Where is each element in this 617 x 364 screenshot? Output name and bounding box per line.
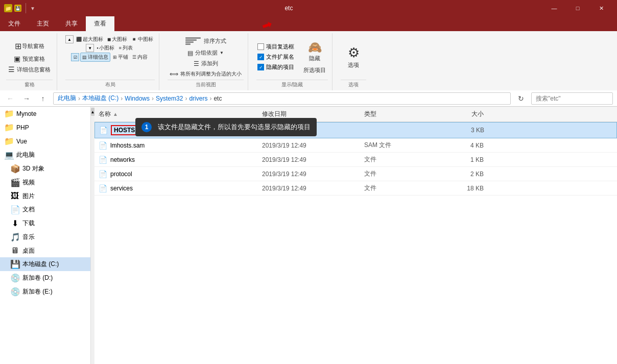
layout-medium-btn[interactable]: ◾ 中图标: [130, 35, 155, 43]
col-header-type[interactable]: 类型: [360, 109, 437, 119]
layout-large-label: 大图标: [112, 36, 127, 43]
main-content: ▲ ▼ 📁 Mynote 📁 PHP 📁 Vue 💻 此电脑 📦 3D 对象 🎬…: [0, 107, 617, 364]
file-row-lmhosts[interactable]: 📄 lmhosts.sam 2019/3/19 12:49 SAM 文件 4 K…: [94, 138, 617, 153]
layout-small-btn-el[interactable]: ▪ 小图标: [95, 44, 116, 52]
tab-file[interactable]: 文件: [0, 16, 29, 31]
nav-back-button[interactable]: ←: [4, 92, 16, 105]
sidebar-item-documents[interactable]: 📄 文档: [0, 203, 94, 216]
sidebar-item-pictures[interactable]: 🖼 图片: [0, 189, 94, 203]
sidebar-label-thispc: 此电脑: [16, 151, 35, 159]
networks-name: networks: [110, 156, 135, 163]
search-input[interactable]: [531, 92, 613, 105]
computer-icon: 💻: [4, 150, 13, 160]
layout-scroll-up[interactable]: ▲: [65, 35, 74, 43]
layout-content-btn[interactable]: ☰ 内容: [131, 53, 149, 61]
networks-file-icon: 📄: [99, 156, 107, 164]
folder-icon-vue: 📁: [4, 136, 13, 146]
file-extensions-checkbox[interactable]: [257, 54, 264, 60]
bc-computer[interactable]: 此电脑: [58, 94, 76, 103]
layout-large-btn[interactable]: ◼ 大图标: [106, 35, 129, 43]
adjust-columns-button[interactable]: ⟺ 将所有列调整为合适的大小: [168, 69, 244, 79]
protocol-type: 文件: [360, 168, 437, 179]
layout-row3: ☑ ▤ 详细信息 ⊞ 平铺 ☰ 内容: [71, 53, 149, 62]
col-header-name[interactable]: 名称 ▲: [94, 109, 258, 119]
layout-medium-label: 中图标: [138, 36, 153, 43]
group-by-dropdown: ▼: [220, 51, 224, 55]
refresh-button[interactable]: ↻: [515, 92, 527, 105]
nav-pane-button[interactable]: ⊞ 导航窗格: [11, 39, 49, 53]
file-row-networks[interactable]: 📄 networks 2019/3/19 12:49 文件 1 KB: [94, 153, 617, 167]
layout-scroll-down[interactable]: ▼: [86, 44, 94, 52]
layout-extralarge-btn[interactable]: ⬛ 超大图标: [75, 35, 105, 43]
bc-drive[interactable]: 本地磁盘 (C:): [82, 94, 118, 103]
bc-system32[interactable]: System32: [156, 95, 183, 102]
layout-tile-btn[interactable]: ⊞ 平铺: [111, 53, 130, 61]
sidebar-item-3dobjects[interactable]: 📦 3D 对象: [0, 162, 94, 176]
nav-forward-button[interactable]: →: [20, 92, 33, 105]
group-by-button[interactable]: ▤ 分组依据 ▼: [185, 48, 226, 58]
layout-row1: ▲ ⬛ 超大图标 ◼ 大图标 ◾ 中图标: [65, 35, 155, 43]
add-column-button[interactable]: ☰ 添加列: [192, 59, 220, 68]
file-row-hosts[interactable]: 📄 HOSTS 2021/3/2 16:34 3 KB: [94, 122, 617, 138]
sidebar-label-ddrive: 新加卷 (D:): [22, 274, 53, 282]
hidden-items-checkbox[interactable]: [257, 64, 264, 70]
breadcrumb[interactable]: 此电脑 › 本地磁盘 (C:) › Windows › System32 › d…: [53, 92, 511, 105]
layout-small-label: 小图标: [99, 44, 114, 52]
hide-selected-button[interactable]: 所选项目: [301, 65, 328, 75]
bc-sep1: ›: [78, 95, 80, 102]
hosts-name-cell: 📄 HOSTS: [95, 124, 258, 136]
services-size: 18 KB: [437, 184, 488, 193]
col-header-date[interactable]: 修改日期: [258, 109, 360, 119]
layout-details-btn[interactable]: ▤ 详细信息: [80, 53, 110, 62]
minimize-button[interactable]: —: [542, 0, 566, 16]
icon-large: ◼: [107, 37, 111, 42]
hide-button[interactable]: 🙈 隐藏: [302, 39, 327, 64]
bc-drivers[interactable]: drivers: [189, 95, 207, 102]
sidebar-item-video[interactable]: 🎬 视频: [0, 176, 94, 189]
sidebar-item-php[interactable]: 📁 PHP: [0, 120, 94, 134]
sidebar-scrollbar[interactable]: ▲ ▼: [90, 107, 94, 364]
close-button[interactable]: ✕: [589, 0, 613, 16]
details-pane-button[interactable]: ☰ 详细信息窗格: [6, 64, 53, 75]
item-checkboxes-checkbox[interactable]: [257, 43, 264, 50]
lmhosts-file-icon: 📄: [99, 141, 107, 150]
sidebar-label-desktop: 桌面: [22, 247, 35, 255]
sidebar-label-cdrive: 本地磁盘 (C:): [22, 260, 59, 269]
options-button[interactable]: ⚙ 选项: [341, 43, 366, 71]
col-header-size[interactable]: 大小: [437, 109, 488, 119]
preview-pane-button[interactable]: ▣ 预览窗格: [12, 54, 47, 64]
sidebar-item-ddrive[interactable]: 💿 新加卷 (D:): [0, 271, 94, 285]
sort-by-button[interactable]: 排序方式: [181, 35, 230, 47]
bc-sep2: ›: [121, 95, 123, 102]
sidebar-item-thispc[interactable]: 💻 此电脑: [0, 148, 94, 162]
sidebar-item-edrive[interactable]: 💿 新加卷 (E:): [0, 285, 94, 299]
separator: [26, 3, 26, 13]
bc-windows[interactable]: Windows: [125, 95, 150, 102]
lmhosts-name: lmhosts.sam: [110, 142, 145, 149]
options-label: 选项: [348, 61, 359, 69]
sidebar-item-music[interactable]: 🎵 音乐: [0, 230, 94, 244]
sidebar-item-downloads[interactable]: ⬇ 下载: [0, 216, 94, 230]
maximize-button[interactable]: □: [566, 0, 589, 16]
bc-sep3: ›: [152, 95, 154, 102]
show-hide-group-label: 显示/隐藏: [256, 80, 328, 88]
folder-icon-mynote: 📁: [4, 109, 13, 118]
protocol-file-icon: 📄: [99, 170, 107, 178]
layout-row2: ▼ ▪ 小图标 ≡ 列表: [86, 44, 134, 52]
file-row-protocol[interactable]: 📄 protocol 2019/3/19 12:49 文件 2 KB: [94, 167, 617, 181]
tab-home[interactable]: 主页: [29, 16, 57, 31]
tab-share[interactable]: 共享: [57, 16, 86, 31]
sidebar-item-cdrive[interactable]: 💾 本地磁盘 (C:): [0, 257, 94, 271]
item-checkboxes-item: 项目复选框: [256, 42, 295, 51]
layout-list-btn[interactable]: ≡ 列表: [117, 44, 134, 52]
tab-view[interactable]: 查看: [86, 16, 114, 31]
file-row-services[interactable]: 📄 services 2019/3/19 12:49 文件 18 KB: [94, 181, 617, 196]
protocol-size: 2 KB: [437, 169, 488, 179]
sidebar-item-vue[interactable]: 📁 Vue: [0, 134, 94, 148]
panes-buttons: ⊞ 导航窗格 ▣ 预览窗格 ☰ 详细信息窗格: [6, 35, 53, 79]
sidebar-item-desktop[interactable]: 🖥 桌面: [0, 244, 94, 257]
nav-up-button[interactable]: ↑: [37, 92, 49, 105]
sidebar-label-pictures: 图片: [22, 192, 35, 201]
drive-e-icon: 💿: [10, 287, 19, 297]
sidebar-item-mynote[interactable]: 📁 Mynote: [0, 107, 94, 120]
